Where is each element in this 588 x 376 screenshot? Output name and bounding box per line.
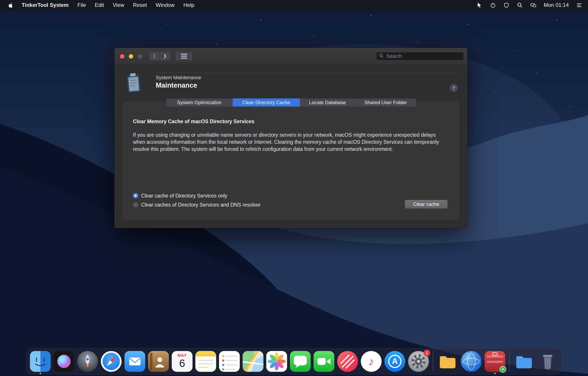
radio-label: Clear caches of Directory Services and D… (141, 202, 261, 208)
radio-option-ds-and-dns[interactable]: Clear caches of Directory Services and D… (133, 201, 261, 208)
pane-content-box: Clear Memory Cache of macOS Directory Se… (123, 102, 459, 219)
history-nav (149, 52, 170, 60)
radio-option-ds-only[interactable]: Clear cache of Directory Services only (133, 192, 227, 199)
close-button[interactable] (120, 54, 124, 59)
notes-icon[interactable] (196, 351, 216, 372)
zoom-button[interactable] (138, 54, 142, 59)
list-icon[interactable] (576, 2, 582, 8)
maps-icon[interactable] (243, 351, 263, 372)
tab-clear-directory-cache[interactable]: Clear Directory Cache (233, 99, 300, 107)
shield-icon[interactable] (504, 2, 509, 8)
radio-button-selected[interactable] (133, 193, 138, 199)
launchpad-icon[interactable] (77, 351, 98, 372)
reminders-icon[interactable] (219, 351, 240, 372)
dock: MAY 6 (26, 348, 562, 375)
running-indicator (494, 373, 496, 374)
finder-icon[interactable] (30, 351, 51, 372)
toolbar-search[interactable] (376, 52, 464, 60)
menu-reset[interactable]: Reset (133, 2, 147, 8)
menu-file[interactable]: File (78, 2, 86, 8)
cursor-icon[interactable] (476, 2, 483, 8)
tab-locate-database[interactable]: Locate Database (300, 99, 355, 107)
dock-separator (509, 351, 510, 372)
messages-icon[interactable] (290, 351, 311, 372)
traffic-lights (120, 54, 142, 59)
section-body-text: If you are using changing or unreliable … (133, 131, 442, 153)
back-button[interactable] (149, 52, 160, 60)
display-icon[interactable] (530, 2, 536, 8)
radio-button-unselected[interactable] (133, 202, 138, 208)
photos-icon[interactable] (266, 351, 287, 372)
pane-subtitle: System Maintenance (156, 75, 201, 80)
tab-bar: System Optimization Clear Directory Cach… (166, 99, 416, 107)
minimize-button[interactable] (129, 54, 133, 59)
help-button[interactable]: ? (450, 84, 458, 92)
notes-top-strip (196, 351, 216, 356)
mail-icon[interactable] (125, 351, 145, 372)
power-circle-icon[interactable] (490, 2, 496, 8)
search-input[interactable] (386, 53, 461, 59)
siri-icon[interactable] (54, 351, 74, 372)
facetime-icon[interactable] (314, 351, 335, 372)
menu-window[interactable]: Window (156, 2, 175, 8)
siri-orb (57, 355, 71, 368)
contacts-icon[interactable] (148, 351, 169, 372)
search-icon (379, 53, 384, 59)
app-store-ring: A (388, 355, 402, 368)
radio-label: Clear cache of Directory Services only (141, 193, 227, 199)
calendar-day: 6 (172, 357, 193, 369)
app-store-icon[interactable]: A (385, 351, 405, 372)
downloads-folder-icon[interactable] (514, 351, 535, 372)
itunes-icon[interactable]: ♪ (361, 351, 382, 372)
menu-bar: TinkerTool System File Edit View Reset W… (0, 0, 588, 10)
show-all-panes-button[interactable] (176, 52, 192, 60)
running-indicator (40, 373, 41, 374)
news-icon[interactable] (337, 351, 358, 372)
app-store-letter: A (392, 357, 398, 366)
folder-orange-icon[interactable] (437, 351, 458, 372)
tab-shared-user-folder[interactable]: Shared User Folder (355, 99, 416, 107)
green-plus-badge: + (500, 366, 506, 373)
menu-edit[interactable]: Edit (95, 2, 104, 8)
header-divider (156, 73, 459, 73)
tab-system-optimization[interactable]: System Optimization (166, 99, 233, 107)
clear-cache-button[interactable]: Clear cache (405, 200, 448, 209)
network-globe-icon[interactable] (461, 351, 482, 372)
trash-icon[interactable] (537, 351, 558, 372)
section-heading: Clear Memory Cache of macOS Directory Se… (133, 119, 254, 124)
update-badge: 1 (424, 350, 430, 356)
apple-menu-icon[interactable] (8, 2, 13, 8)
tinkertool-window: System Maintenance Maintenance ? System … (115, 48, 467, 228)
menu-help[interactable]: Help (183, 2, 194, 8)
dock-separator (433, 351, 433, 372)
menu-view[interactable]: View (113, 2, 124, 8)
pane-title: Maintenance (156, 81, 197, 89)
music-note-glyph: ♪ (368, 351, 374, 372)
tinkertool-system-icon[interactable]: + (485, 351, 505, 372)
menubar-app-name[interactable]: TinkerTool System (22, 2, 69, 8)
calendar-icon[interactable]: MAY 6 (172, 351, 193, 372)
forward-button[interactable] (160, 52, 170, 60)
spotlight-icon[interactable] (517, 2, 523, 8)
menubar-clock[interactable]: Mon 01:14 (544, 2, 569, 8)
maintenance-pane-icon (124, 73, 143, 95)
safari-icon[interactable] (101, 351, 122, 372)
system-preferences-icon[interactable]: 1 (408, 351, 429, 372)
